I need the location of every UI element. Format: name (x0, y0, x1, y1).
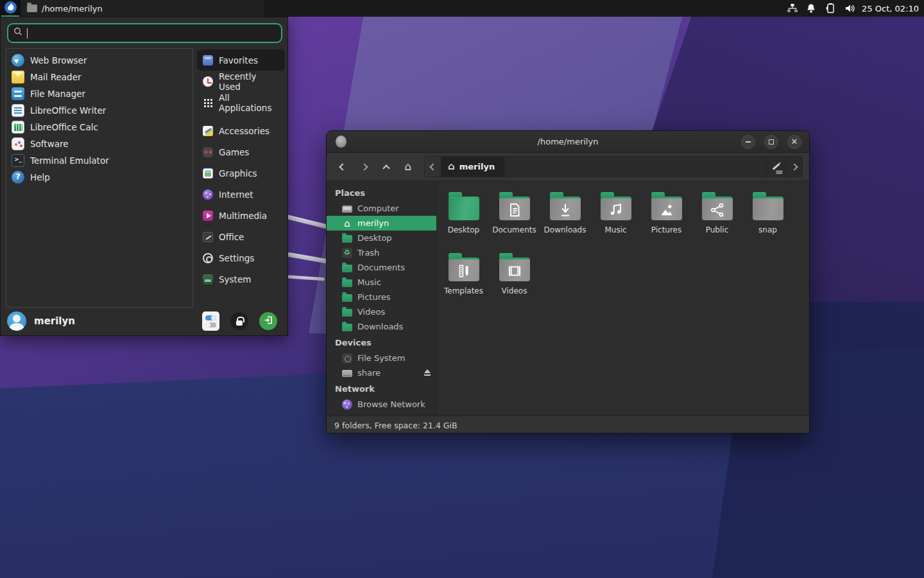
menu-category-graphics[interactable]: Graphics (197, 162, 285, 184)
system-icon (203, 274, 213, 285)
folder-icon (342, 324, 352, 331)
sidebar-item-computer[interactable]: Computer (327, 201, 436, 216)
music-glyph-icon (600, 200, 632, 220)
menu-app-software[interactable]: Software (6, 136, 193, 152)
volume-icon[interactable] (844, 3, 855, 13)
menu-category-system[interactable]: System (197, 268, 285, 290)
sidebar-item-desktop[interactable]: Desktop (327, 231, 436, 245)
home-icon: ⌂ (342, 218, 352, 229)
category-label: Internet (219, 189, 253, 200)
menu-app-lo-writer[interactable]: LibreOffice Writer (6, 102, 193, 119)
applications-menu-button[interactable] (0, 0, 21, 17)
path-scroll-right-button[interactable] (785, 157, 802, 177)
titlebar[interactable]: /home/merilyn ✕ (327, 131, 809, 153)
folder-desktop[interactable]: Desktop (438, 189, 489, 250)
category-label: Settings (219, 253, 254, 263)
menu-app-terminal[interactable]: Terminal Emulator (6, 152, 193, 169)
sidebar-item-file-system[interactable]: File System (327, 351, 436, 365)
network-icon[interactable] (787, 3, 798, 13)
category-label: Office (219, 232, 244, 242)
logout-button[interactable] (259, 312, 277, 330)
sidebar-item-trash[interactable]: Trash (327, 245, 436, 260)
folder-templates[interactable]: Templates (438, 250, 489, 311)
panel-clock[interactable]: 25 Oct, 02:10 (862, 4, 924, 13)
sidebar-item-videos[interactable]: Videos (327, 304, 436, 319)
close-button[interactable]: ✕ (787, 135, 801, 149)
path-scroll-left-button[interactable] (425, 157, 441, 177)
menu-app-file-manager[interactable]: File Manager (6, 85, 193, 102)
category-label: Accessories (219, 126, 270, 136)
all-settings-button[interactable] (202, 311, 219, 331)
menu-category-games[interactable]: Games (197, 141, 285, 162)
sidebar-item-label: share (357, 368, 381, 378)
sidebar-item-label: Videos (357, 307, 385, 317)
notifications-bell-icon[interactable] (806, 3, 816, 13)
battery-icon[interactable] (824, 3, 837, 13)
sidebar-item-downloads[interactable]: Downloads (327, 319, 436, 334)
app-label: Help (30, 172, 50, 182)
status-bar: 9 folders, Free space: 21.4 GiB (327, 416, 809, 434)
folder-pictures[interactable]: Pictures (641, 189, 692, 250)
eject-icon[interactable] (424, 369, 431, 373)
download-glyph-icon (549, 200, 581, 220)
forward-button[interactable] (355, 157, 374, 177)
path-segment-button[interactable]: ⌂ merilyn (441, 157, 504, 177)
terminal-icon (12, 154, 24, 167)
favorites-icon (203, 55, 213, 66)
sidebar-item-browse-network[interactable]: Browse Network (327, 397, 436, 412)
app-label: Software (30, 139, 69, 149)
folder-label: Videos (502, 286, 527, 295)
folder-icon (342, 235, 352, 243)
lock-screen-button[interactable] (230, 312, 248, 330)
sidebar-item-merilyn[interactable]: ⌂merilyn (327, 216, 436, 231)
category-list: FavoritesRecently UsedAll ApplicationsAc… (197, 49, 285, 290)
sidebar-item-documents[interactable]: Documents (327, 260, 436, 275)
desktop-glyph-icon (448, 200, 480, 220)
path-segment-label: merilyn (459, 162, 495, 171)
menu-category-favorites[interactable]: Favorites (197, 49, 285, 71)
app-label: Mail Reader (30, 72, 81, 82)
menu-app-web-browser[interactable]: Web Browser (6, 52, 193, 69)
text-caret (27, 28, 28, 39)
search-input[interactable] (31, 28, 276, 38)
close-icon: ✕ (791, 137, 798, 146)
menu-search-box[interactable] (7, 23, 282, 43)
sidebar-item-share[interactable]: share (327, 365, 436, 380)
folder-public[interactable]: Public (692, 189, 742, 250)
folder-icon (448, 192, 480, 220)
menu-category-recently-used[interactable]: Recently Used (197, 71, 285, 92)
back-button[interactable] (333, 157, 352, 177)
sidebar-item-music[interactable]: Music (327, 275, 436, 290)
forward-icon (361, 163, 368, 170)
category-label: Favorites (219, 55, 258, 66)
folder-icon (752, 192, 784, 220)
sidebar-item-pictures[interactable]: Pictures (327, 290, 436, 304)
up-button[interactable] (377, 157, 396, 177)
app-label: LibreOffice Writer (30, 105, 106, 116)
folder-downloads[interactable]: Downloads (540, 189, 590, 250)
menu-category-internet[interactable]: Internet (197, 184, 285, 205)
menu-category-accessories[interactable]: Accessories (197, 120, 285, 141)
file-grid: DesktopDocumentsDownloadsMusicPicturesPu… (437, 181, 809, 416)
edit-path-button[interactable] (766, 157, 785, 177)
folder-icon (651, 192, 683, 220)
menu-category-all-applications[interactable]: All Applications (197, 92, 285, 113)
menu-category-office[interactable]: Office (197, 226, 285, 247)
menu-category-multimedia[interactable]: Multimedia (197, 205, 285, 226)
minimize-button[interactable] (741, 135, 755, 149)
menu-app-help[interactable]: Help (6, 169, 193, 186)
folder-snap[interactable]: snap (742, 189, 793, 250)
menu-app-lo-calc[interactable]: LibreOffice Calc (6, 119, 193, 136)
folder-icon (342, 279, 352, 287)
menu-app-mail-reader[interactable]: Mail Reader (6, 69, 193, 85)
menu-category-settings[interactable]: Settings (197, 247, 285, 268)
home-button[interactable]: ⌂ (398, 157, 418, 177)
maximize-button[interactable] (764, 135, 778, 149)
folder-music[interactable]: Music (590, 189, 641, 250)
folder-videos[interactable]: Videos (489, 250, 540, 311)
folder-documents[interactable]: Documents (489, 189, 540, 250)
multimedia-icon (203, 211, 213, 221)
taskbar-window-button[interactable]: /home/merilyn (21, 0, 264, 17)
window-title: /home/merilyn (327, 137, 809, 146)
graphics-icon (203, 168, 213, 179)
